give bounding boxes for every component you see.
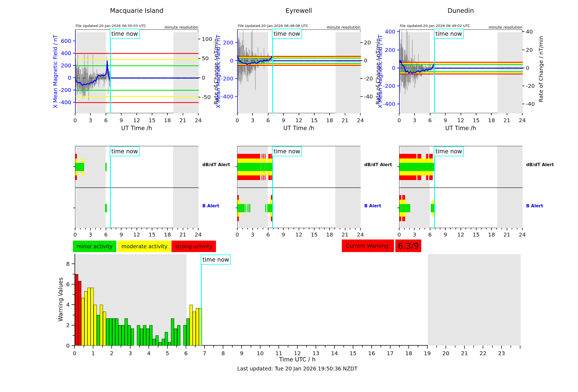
alert-panel-dunedin bbox=[399, 146, 522, 228]
warning-y-tick bbox=[73, 315, 75, 315]
warning-x-tick bbox=[343, 346, 344, 348]
resolution-label-eyrewell: minute resolution bbox=[306, 25, 360, 29]
alert-x-tick bbox=[324, 228, 325, 229]
y-tick-left bbox=[235, 78, 237, 79]
y-tick-left bbox=[235, 96, 237, 97]
alert-x-tick bbox=[268, 228, 268, 230]
alert-x-tick bbox=[319, 228, 320, 229]
y-tick-right bbox=[522, 86, 524, 86]
warning-x-tick bbox=[408, 346, 409, 349]
alert-x-tick bbox=[242, 228, 243, 229]
y-tick-left bbox=[397, 50, 399, 50]
alert-x-tick bbox=[147, 228, 147, 229]
dbdt-alert-label-macquarie: dB/dT Alert bbox=[202, 162, 230, 167]
alert-x-tick bbox=[445, 228, 446, 230]
alert-x-tick bbox=[172, 228, 173, 229]
alert-x-tick bbox=[512, 228, 512, 229]
alert-x-tick-label: 21 bbox=[337, 231, 353, 238]
y-tick-label-right: 20 bbox=[526, 47, 545, 53]
warning-x-tick bbox=[84, 346, 84, 348]
x-tick-label: 6 bbox=[98, 117, 114, 124]
warning-x-tick bbox=[334, 346, 335, 349]
warning-x-tick bbox=[176, 346, 177, 348]
x-tick bbox=[198, 113, 198, 115]
y-tick-left bbox=[73, 77, 75, 78]
x-tick bbox=[430, 113, 430, 115]
warning-x-tick bbox=[149, 346, 149, 349]
x-tick bbox=[283, 113, 284, 115]
last-updated-text: Last updated: Tue 20 Jan 2026 19:50:36 N… bbox=[75, 366, 520, 372]
alert-channel-tick bbox=[398, 208, 399, 208]
y-tick-left bbox=[73, 90, 75, 90]
y-tick-right bbox=[360, 60, 363, 61]
y-tick-left bbox=[397, 68, 399, 68]
warning-x-tick-label: 5 bbox=[159, 350, 176, 357]
alert-x-tick bbox=[121, 228, 121, 230]
alert-x-tick bbox=[491, 228, 492, 230]
alert-x-tick bbox=[283, 228, 284, 230]
time-now-box: time now bbox=[110, 146, 140, 156]
warning-y-tick-label: 8 bbox=[53, 261, 70, 267]
warning-x-tick-label: 23 bbox=[493, 350, 510, 357]
alert-x-tick-label: 3 bbox=[406, 231, 423, 238]
alert-x-tick bbox=[247, 228, 248, 229]
x-tick-label: 12 bbox=[453, 117, 469, 124]
y-tick-left bbox=[397, 86, 399, 86]
x-tick-label: 0 bbox=[391, 117, 407, 124]
warning-x-tick bbox=[371, 346, 372, 349]
x-tick bbox=[329, 113, 330, 115]
alert-panel-eyrewell bbox=[237, 146, 360, 228]
x-tick bbox=[268, 113, 268, 115]
warning-x-tick bbox=[390, 346, 390, 349]
alert-x-tick-label: 18 bbox=[483, 231, 500, 238]
warning-x-tick bbox=[316, 346, 316, 349]
warning-y-tick-label: 6 bbox=[53, 281, 70, 288]
alert-x-tick-label: 6 bbox=[260, 231, 276, 238]
x-tick bbox=[476, 113, 476, 115]
time-now-line bbox=[272, 156, 273, 228]
warning-x-tick-label: 1 bbox=[85, 350, 101, 357]
magnetometer-plot-canvas-macquarie bbox=[76, 30, 199, 113]
x-tick-label: 21 bbox=[499, 117, 515, 124]
alert-x-tick bbox=[496, 228, 497, 229]
warning-x-tick-label: 13 bbox=[308, 350, 324, 357]
warning-x-tick bbox=[241, 346, 242, 349]
magnetometer-plot-canvas-dunedin bbox=[400, 30, 523, 113]
alert-x-tick bbox=[252, 228, 253, 230]
alert-x-tick bbox=[304, 228, 304, 229]
alert-x-tick-label: 12 bbox=[453, 231, 469, 238]
alert-x-tick bbox=[481, 228, 482, 229]
warning-x-tick-label: 19 bbox=[419, 350, 435, 357]
alert-x-tick-label: 0 bbox=[67, 231, 83, 238]
warning-x-tick-label: 21 bbox=[456, 350, 473, 357]
x-tick-label: 0 bbox=[229, 117, 245, 124]
alert-x-tick bbox=[263, 228, 263, 229]
y-tick-left bbox=[73, 41, 75, 41]
y-tick-label-left: 0 bbox=[376, 65, 395, 71]
alert-x-tick-label: 21 bbox=[175, 231, 191, 238]
warning-x-tick-label: 3 bbox=[122, 350, 138, 357]
alert-x-tick-label: 18 bbox=[321, 231, 338, 238]
warning-x-tick-label: 15 bbox=[345, 350, 361, 357]
warning-x-tick bbox=[204, 346, 205, 349]
x-tick bbox=[252, 113, 253, 115]
y-tick-label-left: 200 bbox=[214, 39, 233, 46]
alert-x-tick bbox=[75, 228, 75, 230]
warning-x-tick bbox=[362, 346, 363, 348]
time-now-line bbox=[434, 156, 435, 228]
y-tick-right bbox=[198, 39, 200, 39]
alert-x-tick bbox=[237, 228, 238, 230]
warning-x-tick bbox=[288, 346, 288, 348]
x-tick-label: 15 bbox=[306, 117, 322, 124]
magnetometer-plot-canvas-eyrewell bbox=[238, 30, 361, 113]
x-tick bbox=[152, 113, 152, 115]
x-tick-label: 3 bbox=[406, 117, 423, 124]
time-now-box: time now bbox=[272, 29, 302, 39]
alert-x-tick bbox=[345, 228, 345, 230]
alert-x-tick bbox=[476, 228, 476, 230]
warning-x-tick-label: 12 bbox=[289, 350, 306, 357]
dbdt-alert-label-dunedin: dB/dT Alert bbox=[526, 162, 554, 167]
alert-x-tick-label: 15 bbox=[144, 231, 160, 238]
y-tick-right bbox=[522, 50, 524, 50]
warning-y-tick bbox=[72, 325, 75, 325]
